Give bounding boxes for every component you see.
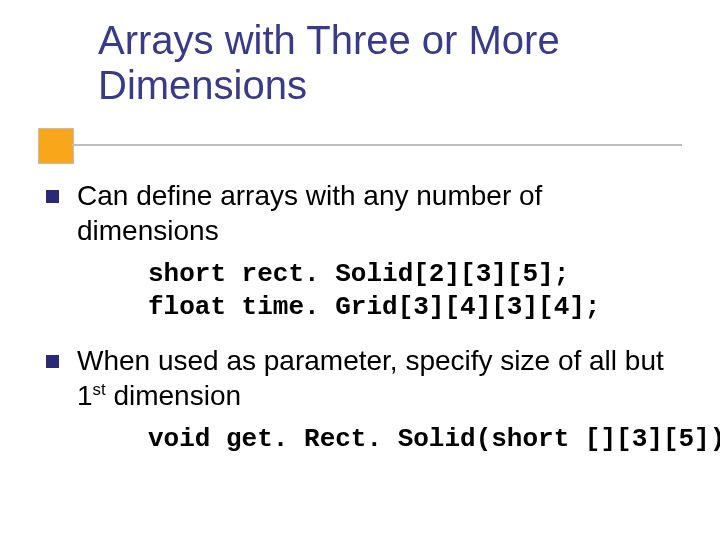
square-bullet-icon xyxy=(46,190,59,203)
slide-body: Can define arrays with any number of dim… xyxy=(46,178,686,474)
slide-title: Arrays with Three or More Dimensions xyxy=(98,18,658,108)
code-block: short rect. Solid[2][3][5]; float time. … xyxy=(148,258,686,325)
code-block: void get. Rect. Solid(short [][3][5]); xyxy=(148,423,686,456)
bullet-text: When used as parameter, specify size of … xyxy=(77,343,686,413)
title-underline xyxy=(72,144,682,146)
ordinal-suffix: st xyxy=(93,379,106,398)
square-bullet-icon xyxy=(46,355,59,368)
title-accent-square xyxy=(38,128,74,164)
bullet-text-post: dimension xyxy=(106,380,241,411)
bullet-item: Can define arrays with any number of dim… xyxy=(46,178,686,248)
bullet-item: When used as parameter, specify size of … xyxy=(46,343,686,413)
bullet-text: Can define arrays with any number of dim… xyxy=(77,178,686,248)
slide: Arrays with Three or More Dimensions Can… xyxy=(0,0,720,540)
title-wrap: Arrays with Three or More Dimensions xyxy=(98,18,658,108)
